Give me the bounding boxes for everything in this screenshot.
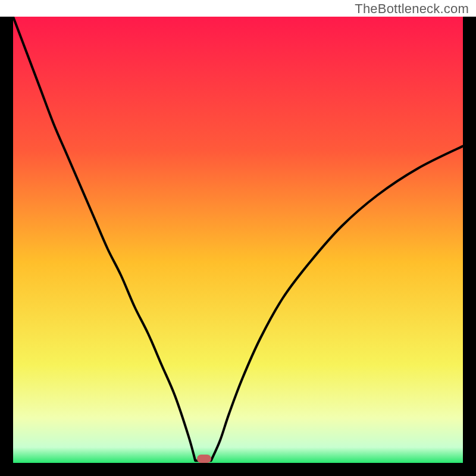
bottleneck-curve-chart [13,17,463,463]
chart-plot-area [13,17,463,463]
watermark-text: TheBottleneck.com [355,1,469,17]
chart-outer-frame [0,17,476,476]
optimal-point-marker [197,455,211,463]
svg-rect-0 [13,17,463,463]
